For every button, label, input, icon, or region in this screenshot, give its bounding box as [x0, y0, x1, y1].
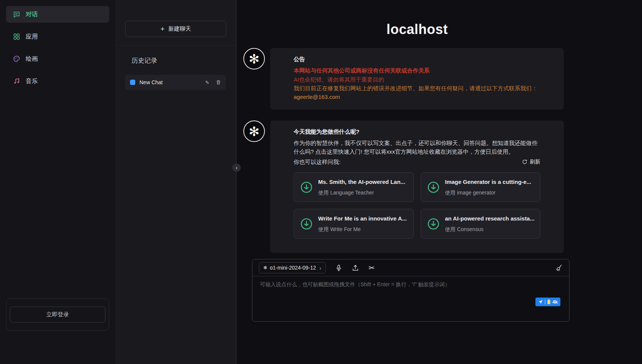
chat-item-title: New Chat [139, 79, 199, 85]
chat-bullet-icon [130, 80, 135, 85]
microphone-button[interactable] [335, 264, 342, 271]
refresh-icon [522, 159, 528, 165]
suggestion-card[interactable]: Ms. Smith, the AI-powered Lan... 使用 Lang… [294, 172, 414, 202]
music-note-icon [13, 77, 20, 85]
chat-history-item[interactable]: New Chat ✎ [125, 75, 226, 90]
badge-divider [545, 300, 546, 304]
welcome-body: 作为你的智慧伙伴，我不仅可以写文案、出点子，还可以和你聊天、回答问题。想知道我还… [294, 139, 540, 156]
message-list: ✻ 公告 本网站与任何其他公司或商标没有任何关联或合作关系 AI也会犯错。请勿将… [243, 48, 564, 264]
suggestion-card[interactable]: Write For Me is an innovative A... 使用 Wr… [294, 209, 414, 239]
chevron-left-icon: ‹ [236, 164, 238, 171]
suggestion-card[interactable]: an AI-powered research assista... 使用 Con… [421, 209, 541, 239]
message-welcome: ✻ 今天我能为您做些什么呢? 作为你的智慧伙伴，我不仅可以写文案、出点子，还可以… [243, 120, 564, 253]
sidebar-item-label: 对话 [26, 11, 38, 19]
sidebar-item-drawing[interactable]: 绘画 [6, 51, 109, 67]
composer: ✻ o1-mini-2024-09-12 › ✂ [252, 259, 569, 322]
new-chat-button[interactable]: + 新建聊天 [125, 21, 226, 37]
sparkle-icon: ✻ [263, 265, 267, 270]
hint-row: 你也可以这样问我: 刷新 [294, 157, 540, 166]
chat-history-panel: + 新建聊天 历史记录 New Chat ✎ [115, 0, 236, 364]
new-chat-label: 新建聊天 [169, 25, 191, 32]
suggestion-subtitle: 使用 Write For Me [318, 225, 407, 234]
suggestion-subtitle: 使用 Language Teacher [318, 189, 405, 197]
openai-logo-icon: ✻ [249, 125, 260, 138]
battery-icon [547, 299, 551, 304]
collapse-sidebar-button[interactable]: ‹ [232, 163, 241, 172]
login-panel: 立即登录 [6, 298, 109, 331]
upload-button[interactable] [352, 264, 359, 271]
suggestion-text: Write For Me is an innovative A... 使用 Wr… [318, 214, 407, 233]
announcement-heading: 公告 [294, 55, 540, 63]
refresh-suggestions-button[interactable]: 刷新 [522, 159, 540, 165]
welcome-bubble: 今天我能为您做些什么呢? 作为你的智慧伙伴，我不仅可以写文案、出点子，还可以和你… [270, 120, 564, 253]
sidebar-item-apps[interactable]: 应用 [6, 28, 109, 45]
assistant-avatar: ✻ [243, 48, 265, 69]
suggestion-title: Ms. Smith, the AI-powered Lan... [318, 177, 405, 186]
sidebar-item-label: 绘画 [26, 55, 38, 63]
announcement-line-2: AI也会犯错。请勿将其用于重要目的 [294, 75, 540, 84]
clear-context-broom-button[interactable] [555, 264, 563, 271]
announcement-line-1: 本网站与任何其他公司或商标没有任何关联或合作关系 [294, 66, 540, 75]
suggestion-card[interactable]: Image Generator is a cutting-e... 使用 ima… [421, 172, 541, 202]
history-title: 历史记录 [131, 56, 236, 65]
message-announcement: ✻ 公告 本网站与任何其他公司或商标没有任何关联或合作关系 AI也会犯错。请勿将… [243, 48, 564, 110]
model-selector[interactable]: ✻ o1-mini-2024-09-12 › [259, 262, 326, 273]
suggestion-title: Image Generator is a cutting-e... [445, 177, 531, 186]
trash-icon[interactable] [216, 80, 221, 85]
app-window: 对话 应用 绘画 音乐 立即登录 + 新建聊天 [0, 0, 642, 364]
scissors-button[interactable]: ✂ [368, 264, 374, 271]
sidebar-item-label: 应用 [26, 33, 38, 41]
token-count: 4k [552, 299, 558, 305]
suggestion-title: an AI-powered research assista... [445, 214, 535, 223]
ask-hint: 你也可以这样问我: [294, 157, 340, 166]
welcome-heading: 今天我能为您做些什么呢? [294, 127, 540, 136]
suggestion-text: Image Generator is a cutting-e... 使用 ima… [445, 177, 531, 197]
suggestion-subtitle: 使用 Consensus [445, 225, 535, 234]
page-title: localhost [243, 22, 591, 37]
suggestion-text: an AI-powered research assista... 使用 Con… [445, 214, 535, 233]
suggestion-grid: Ms. Smith, the AI-powered Lan... 使用 Lang… [294, 172, 540, 239]
send-plane-icon [538, 299, 543, 304]
edit-icon[interactable]: ✎ [205, 80, 209, 85]
sidebar-item-music[interactable]: 音乐 [6, 73, 109, 89]
plus-icon: + [160, 25, 164, 32]
apps-grid-icon [13, 33, 20, 40]
palette-icon [13, 55, 20, 63]
sidebar-item-label: 音乐 [26, 77, 38, 85]
sidebar-item-chat[interactable]: 对话 [6, 6, 109, 23]
contact-email-link[interactable]: ageerle@163.com [294, 93, 540, 101]
chat-bubble-icon [13, 11, 20, 18]
message-input[interactable] [260, 281, 562, 308]
announcement-line-3: 我们目前正在修复我们网站上的错误并改进细节。如果您有任何疑问，请通过以下方式联系… [294, 84, 540, 93]
chevron-right-icon: › [319, 265, 321, 271]
suggestion-title: Write For Me is an innovative A... [318, 214, 407, 223]
composer-input-area [252, 276, 569, 315]
gpt-circle-arrow-icon [300, 217, 313, 231]
composer-toolbar: ✻ o1-mini-2024-09-12 › ✂ [252, 259, 569, 276]
suggestion-subtitle: 使用 image generator [445, 189, 531, 197]
assistant-avatar: ✻ [243, 120, 265, 142]
divider [115, 45, 236, 46]
gpt-circle-arrow-icon [427, 217, 440, 231]
openai-logo-icon: ✻ [249, 52, 260, 65]
announcement-bubble: 公告 本网站与任何其他公司或商标没有任何关联或合作关系 AI也会犯错。请勿将其用… [270, 48, 564, 110]
suggestion-text: Ms. Smith, the AI-powered Lan... 使用 Lang… [318, 177, 405, 197]
model-name: o1-mini-2024-09-12 [270, 265, 316, 271]
gpt-circle-arrow-icon [427, 180, 440, 194]
gpt-circle-arrow-icon [300, 180, 313, 194]
sidebar: 对话 应用 绘画 音乐 立即登录 [0, 0, 115, 364]
login-button[interactable]: 立即登录 [10, 307, 105, 322]
refresh-label: 刷新 [530, 159, 540, 165]
send-token-badge[interactable]: 4k [535, 298, 560, 306]
main-chat-area: ‹ localhost ✻ 公告 本网站与任何其他公司或商标没有任何关联或合作关… [236, 0, 642, 364]
